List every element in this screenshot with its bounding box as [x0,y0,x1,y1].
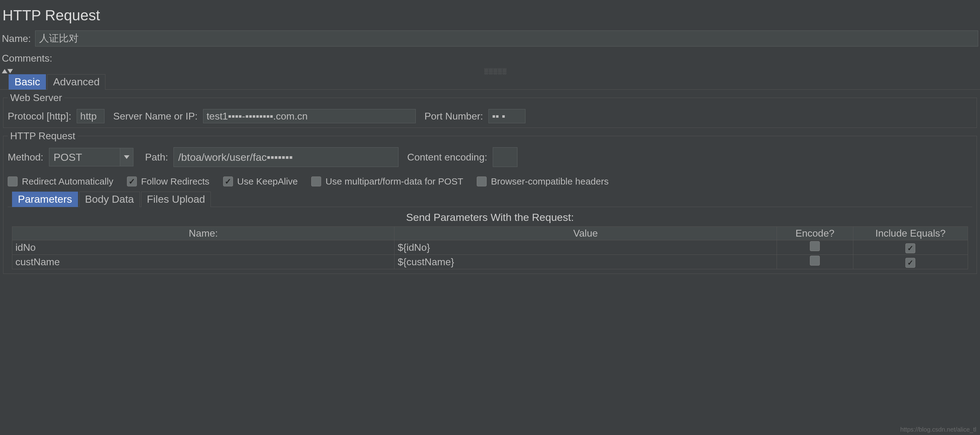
http-request-group: HTTP Request Method: POST Path: Content … [3,130,977,274]
tab-parameters[interactable]: Parameters [12,192,78,207]
method-select[interactable]: POST [49,148,134,167]
chevron-down-icon [124,155,129,159]
content-encoding-input[interactable] [493,147,517,167]
panel-title: HTTP Request [0,0,980,29]
protocol-input[interactable] [77,109,105,123]
tab-advanced[interactable]: Advanced [47,74,105,90]
chevron-up-icon [2,69,7,73]
browser-compat-headers-checkbox[interactable] [477,176,487,186]
comments-input[interactable] [57,50,978,66]
col-header-value[interactable]: Value [395,227,776,240]
param-name-cell[interactable]: custName [12,255,395,269]
tab-body-data[interactable]: Body Data [79,192,140,207]
use-keepalive-checkbox[interactable] [223,176,233,186]
follow-redirects-checkbox[interactable] [127,176,137,186]
param-value-cell[interactable]: ${idNo} [395,240,776,255]
split-handle[interactable]: ░░░░░ [0,68,980,74]
path-label: Path: [145,152,168,163]
param-tabs: Parameters Body Data Files Upload [8,192,972,207]
web-server-group: Web Server Protocol [http]: Server Name … [3,92,977,128]
include-equals-checkbox[interactable] [905,258,915,268]
tab-basic[interactable]: Basic [9,74,46,90]
name-input[interactable] [35,30,978,46]
chevron-down-icon [7,69,13,73]
use-keepalive-label[interactable]: Use KeepAlive [237,176,298,187]
params-section-title: Send Parameters With the Request: [8,207,972,226]
comments-label: Comments: [2,53,52,64]
port-number-input[interactable] [488,109,525,123]
content-encoding-label: Content encoding: [407,152,487,163]
http-request-legend: HTTP Request [8,130,78,142]
svg-marker-0 [2,69,7,73]
use-multipart-checkbox[interactable] [311,176,321,186]
main-tabs: Basic Advanced [0,74,980,90]
name-label: Name: [2,33,31,44]
redirect-automatically-checkbox[interactable] [8,176,18,186]
encode-checkbox[interactable] [810,256,820,265]
svg-marker-2 [124,155,129,159]
param-name-cell[interactable]: idNo [12,240,395,255]
port-number-label: Port Number: [424,111,483,122]
watermark-text: https://blog.csdn.net/alice_tl [900,426,976,433]
params-table: Name: Value Encode? Include Equals? idNo… [12,226,968,269]
method-select-value: POST [49,148,120,167]
tab-files-upload[interactable]: Files Upload [141,192,211,207]
table-row[interactable]: idNo ${idNo} [12,240,968,255]
browser-compat-headers-label[interactable]: Browser-compatible headers [491,176,609,187]
protocol-label: Protocol [http]: [8,111,71,122]
include-equals-checkbox[interactable] [905,243,915,253]
server-name-input[interactable] [203,109,416,123]
encode-checkbox[interactable] [810,241,820,251]
follow-redirects-label[interactable]: Follow Redirects [141,176,210,187]
col-header-include-equals[interactable]: Include Equals? [853,227,968,240]
server-name-label: Server Name or IP: [113,111,197,122]
table-row[interactable]: custName ${custName} [12,255,968,269]
web-server-legend: Web Server [8,92,64,103]
path-input[interactable] [173,147,398,167]
param-value-cell[interactable]: ${custName} [395,255,776,269]
method-dropdown-button[interactable] [120,148,134,167]
svg-marker-1 [7,69,13,73]
col-header-encode[interactable]: Encode? [776,227,853,240]
method-label: Method: [8,152,43,163]
col-header-name[interactable]: Name: [12,227,395,240]
use-multipart-label[interactable]: Use multipart/form-data for POST [325,176,463,187]
redirect-automatically-label[interactable]: Redirect Automatically [22,176,113,187]
grip-icon: ░░░░░ [13,68,978,75]
